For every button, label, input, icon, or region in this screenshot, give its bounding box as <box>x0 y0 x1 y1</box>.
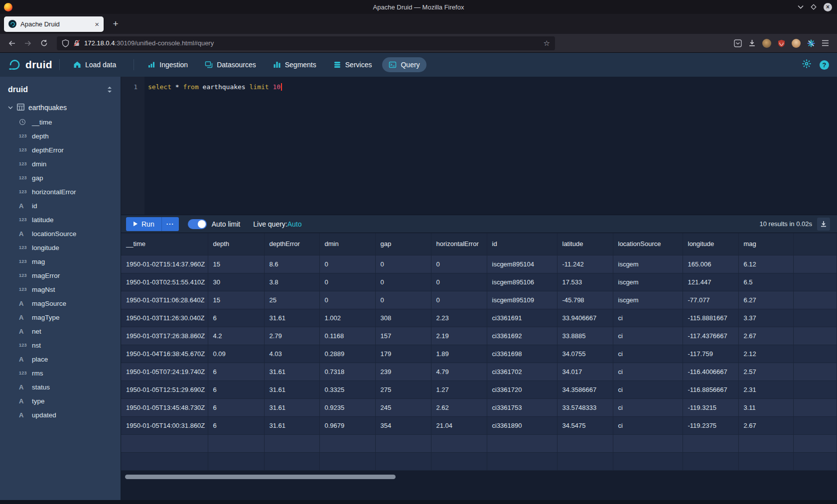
column-header-locationSource[interactable]: locationSource <box>613 233 683 255</box>
result-cell[interactable]: 31.61 <box>264 380 319 398</box>
result-cell[interactable]: ci <box>613 398 683 416</box>
result-cell[interactable]: -117.4376667 <box>683 327 738 345</box>
column-header-latitude[interactable]: latitude <box>557 233 613 255</box>
result-cell[interactable]: 1.27 <box>431 380 487 398</box>
result-cell[interactable]: 0 <box>431 255 487 273</box>
extension-pinwheel-icon[interactable] <box>807 39 815 47</box>
column-header-id[interactable]: id <box>487 233 557 255</box>
result-cell[interactable]: 0.1168 <box>319 327 375 345</box>
nav-item-ingestion[interactable]: Ingestion <box>141 57 194 72</box>
column-header-horizontalError[interactable]: horizontalError <box>431 233 487 255</box>
back-button[interactable] <box>5 36 19 50</box>
result-cell[interactable]: 2.79 <box>264 327 319 345</box>
result-cell[interactable]: 275 <box>375 380 431 398</box>
result-cell[interactable]: -77.077 <box>683 291 738 309</box>
result-cell[interactable]: 0 <box>319 291 375 309</box>
result-cell[interactable]: 6 <box>208 416 264 434</box>
result-cell[interactable]: 1950-01-02T15:14:37.960Z <box>121 255 208 273</box>
tracking-shield-icon[interactable] <box>62 39 69 47</box>
result-cell[interactable]: 2.19 <box>431 327 487 345</box>
result-cell[interactable]: 33.9406667 <box>557 309 613 327</box>
result-cell[interactable]: ci3361890 <box>487 416 557 434</box>
sidebar-column-longitude[interactable]: 123longitude <box>0 241 121 254</box>
live-query-value[interactable]: Auto <box>287 220 302 228</box>
result-cell[interactable]: 0.3325 <box>319 380 375 398</box>
result-cell[interactable]: 4.03 <box>264 345 319 363</box>
sidebar-column-depth[interactable]: 123depth <box>0 129 121 143</box>
result-cell[interactable]: iscgem895109 <box>487 291 557 309</box>
result-cell[interactable]: 0 <box>375 273 431 291</box>
result-cell[interactable]: 4.2 <box>208 327 264 345</box>
result-cell[interactable]: 354 <box>375 416 431 434</box>
column-header-__time[interactable]: __time <box>121 233 208 255</box>
sidebar-column-rms[interactable]: 123rms <box>0 366 121 380</box>
result-cell[interactable]: 239 <box>375 363 431 380</box>
result-cell[interactable]: -115.8881667 <box>683 309 738 327</box>
datasource-row-earthquakes[interactable]: earthquakes <box>0 100 121 115</box>
nav-item-load-data[interactable]: Load data <box>67 57 123 72</box>
result-cell[interactable]: -116.4006667 <box>683 363 738 380</box>
column-header-longitude[interactable]: longitude <box>683 233 738 255</box>
column-header-dmin[interactable]: dmin <box>319 233 375 255</box>
sidebar-column-updated[interactable]: Aupdated <box>0 408 121 422</box>
result-cell[interactable]: 1950-01-03T17:26:38.860Z <box>121 327 208 345</box>
result-cell[interactable]: 15 <box>208 255 264 273</box>
result-cell[interactable]: ci3361702 <box>487 363 557 380</box>
result-cell[interactable]: 31.61 <box>264 309 319 327</box>
extension-monkey-icon[interactable] <box>762 39 771 48</box>
tab-close-icon[interactable]: × <box>95 20 99 28</box>
result-cell[interactable]: ci <box>613 327 683 345</box>
result-cell[interactable]: iscgem <box>613 291 683 309</box>
result-cell[interactable]: ci <box>613 363 683 380</box>
result-cell[interactable]: 179 <box>375 345 431 363</box>
result-cell[interactable]: 3.8 <box>264 273 319 291</box>
result-cell[interactable]: 4.79 <box>431 363 487 380</box>
result-cell[interactable]: 34.0755 <box>557 345 613 363</box>
sidebar-column-type[interactable]: Atype <box>0 394 121 408</box>
result-cell[interactable]: 157 <box>375 327 431 345</box>
result-cell[interactable]: -116.8856667 <box>683 380 738 398</box>
sidebar-column-mag[interactable]: 123mag <box>0 254 121 268</box>
result-cell[interactable]: 34.3586667 <box>557 380 613 398</box>
result-cell[interactable]: 2.23 <box>431 309 487 327</box>
result-cell[interactable]: ci3361720 <box>487 380 557 398</box>
druid-logo[interactable]: druid <box>8 58 52 71</box>
sidebar-column-magSource[interactable]: AmagSource <box>0 296 121 310</box>
profile-avatar[interactable] <box>792 39 801 48</box>
result-cell[interactable]: 1950-01-04T16:38:45.670Z <box>121 345 208 363</box>
sidebar-column-status[interactable]: Astatus <box>0 380 121 394</box>
result-cell[interactable]: 34.017 <box>557 363 613 380</box>
result-cell[interactable]: 1.89 <box>431 345 487 363</box>
result-cell[interactable]: 6 <box>208 380 264 398</box>
result-cell[interactable]: 6.27 <box>738 291 793 309</box>
result-cell[interactable]: 6.12 <box>738 255 793 273</box>
result-cell[interactable]: 1950-01-05T13:45:48.730Z <box>121 398 208 416</box>
auto-limit-toggle[interactable] <box>188 219 207 229</box>
column-header-mag[interactable]: mag <box>738 233 793 255</box>
sidebar-column-gap[interactable]: 123gap <box>0 171 121 185</box>
result-cell[interactable]: 31.61 <box>264 363 319 380</box>
result-cell[interactable]: 0 <box>319 273 375 291</box>
sql-line[interactable]: select * from earthquakes limit 10 <box>144 77 837 215</box>
result-cell[interactable]: 1950-01-05T07:24:19.740Z <box>121 363 208 380</box>
sidebar-column-__time[interactable]: __time <box>0 115 121 129</box>
pocket-icon[interactable] <box>734 39 742 47</box>
sidebar-column-horizontalError[interactable]: 123horizontalError <box>0 185 121 199</box>
result-cell[interactable]: 6 <box>208 398 264 416</box>
sidebar-column-depthError[interactable]: 123depthError <box>0 143 121 157</box>
sidebar-column-magType[interactable]: AmagType <box>0 310 121 324</box>
result-cell[interactable]: 25 <box>264 291 319 309</box>
result-cell[interactable]: 1950-01-05T12:51:29.690Z <box>121 380 208 398</box>
result-cell[interactable]: 17.533 <box>557 273 613 291</box>
result-cell[interactable]: 6.5 <box>738 273 793 291</box>
result-cell[interactable]: ci3361698 <box>487 345 557 363</box>
run-button[interactable]: Run <box>126 217 161 231</box>
result-cell[interactable]: 0 <box>431 273 487 291</box>
sidebar-column-place[interactable]: Aplace <box>0 352 121 366</box>
sidebar-column-locationSource[interactable]: AlocationSource <box>0 227 121 241</box>
result-cell[interactable]: ci <box>613 309 683 327</box>
sidebar-column-magError[interactable]: 123magError <box>0 268 121 282</box>
sidebar-column-dmin[interactable]: 123dmin <box>0 157 121 171</box>
result-cell[interactable]: 2.12 <box>738 345 793 363</box>
sidebar-column-latitude[interactable]: 123latitude <box>0 213 121 227</box>
